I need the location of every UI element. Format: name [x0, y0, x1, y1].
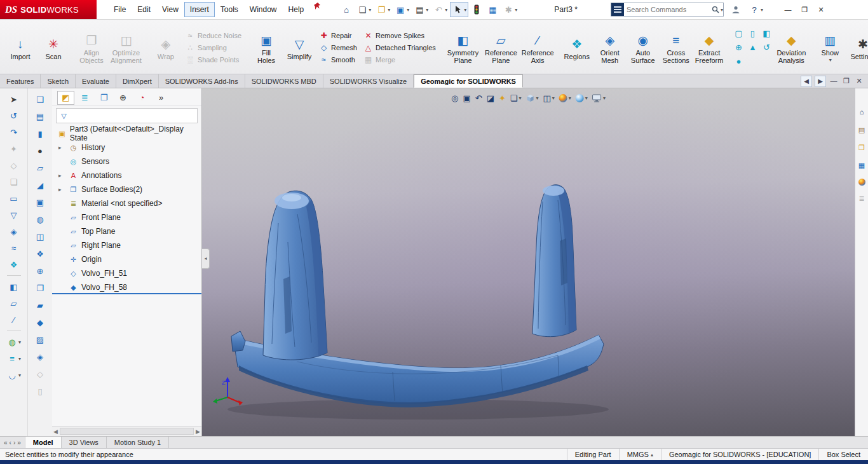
display-style-icon[interactable]: ◫▾ [543, 93, 555, 103]
tree-item-volvo-fh-58[interactable]: ◆Volvo_FH_58 [52, 280, 201, 294]
view-settings-icon[interactable]: ▾ [592, 94, 606, 102]
panel-collapse-handle[interactable]: ◂ [202, 249, 210, 269]
surface-tool-offset-icon[interactable]: ◍ [34, 214, 46, 225]
design-library-icon[interactable]: ▤ [857, 125, 867, 135]
save-button[interactable]: ▣▾ [393, 2, 411, 17]
last-tab-icon[interactable]: » [17, 439, 21, 446]
restore-window-icon[interactable]: ❐ [797, 3, 812, 17]
orient-mesh-button[interactable]: ◈Orient Mesh [594, 30, 626, 65]
align-tool-icon[interactable]: ✦ [8, 143, 20, 154]
surface-tool-thicken-icon[interactable]: ◆ [34, 317, 46, 328]
cone-primitive-icon[interactable]: ▲ [747, 42, 758, 53]
options-button[interactable]: ✱▾ [501, 2, 519, 17]
select-tool-icon[interactable]: ➤ [8, 93, 20, 105]
undo-button[interactable]: ↶▾ [431, 2, 449, 17]
tab-dimxpert[interactable]: DimXpert [116, 74, 159, 88]
shade-points-button[interactable]: ░Shade Points [183, 54, 244, 65]
expand-arrow-icon[interactable]: ▸ [58, 186, 65, 193]
section-view-icon[interactable]: ◪ [487, 93, 494, 103]
tab-solidworks-visualize[interactable]: SOLIDWORKS Visualize [323, 74, 414, 88]
selection-mode[interactable]: Box Select [818, 449, 868, 460]
tree-item-annotations[interactable]: ▸AAnnotations [52, 168, 201, 182]
open-document-button[interactable]: ❐▾ [374, 2, 392, 17]
regions-tool-icon[interactable]: ❖ [8, 259, 20, 270]
apply-scene-icon[interactable]: ▾ [576, 94, 588, 102]
tree-root-part[interactable]: ▣Part3 (Default<<Default>_Display State [52, 126, 201, 140]
tree-item-origin[interactable]: ✛Origin [52, 252, 201, 266]
print-button[interactable]: ▤▾ [412, 2, 430, 17]
appearance-filter-icon[interactable]: ✦ [499, 93, 506, 103]
tab-3d-views[interactable]: 3D Views [62, 437, 107, 448]
tree-item-right-plane[interactable]: ▱Right Plane [52, 238, 201, 252]
filter-input[interactable] [71, 111, 194, 121]
displaymanager-tab[interactable]: ◔ [133, 91, 151, 105]
home-button[interactable]: ⌂ [339, 2, 354, 17]
user-account-icon[interactable] [730, 4, 742, 15]
simplify-tool-icon[interactable]: ▽ [8, 209, 20, 221]
search-dropdown-icon[interactable]: ▾ [721, 7, 723, 13]
wrap-tool-icon[interactable]: ↺ [8, 110, 20, 121]
traffic-light-button[interactable] [469, 2, 484, 17]
custom-properties-icon[interactable]: ≣ [857, 194, 867, 203]
tab-solidworks-mbd[interactable]: SOLIDWORKS MBD [245, 74, 323, 88]
box-primitive-icon[interactable]: ◧ [761, 28, 772, 39]
detached-triangles-button[interactable]: △Detached Triangles [361, 42, 438, 53]
surface-tool-revolve-icon[interactable]: ▮ [34, 128, 46, 139]
graphics-area[interactable]: ◎ ▣ ↶ ◪ ✦ ❏▾ ▾ ◫▾ ▾ ▾ ▾ [202, 88, 855, 436]
sheet-button[interactable]: ▦ [485, 2, 500, 17]
deviation-analysis-button[interactable]: ◆Deviation Analysis [775, 30, 808, 65]
tree-item-volvo-fh-51[interactable]: ◇Volvo_FH_51 [52, 266, 201, 280]
dimxpertmanager-tab[interactable]: ⊕ [114, 91, 132, 105]
search-icon[interactable] [710, 5, 720, 15]
remove-spikes-button[interactable]: ✕Remove Spikes [361, 30, 438, 41]
select-tool-button[interactable]: ▾ [450, 2, 468, 17]
sphere-primitive-icon[interactable]: ● [733, 56, 744, 67]
surface-tool-planar-icon[interactable]: ▱ [34, 162, 46, 174]
body-tool-sphere-icon[interactable]: ● [34, 145, 46, 156]
body-tool-mirror-icon[interactable]: ◇ [34, 368, 46, 379]
auto-surface-tool-button[interactable]: ◍▾ [6, 336, 21, 348]
auto-surface-button[interactable]: ◉Auto Surface [627, 30, 659, 65]
symmetry-plane-tool-icon[interactable]: ◧ [8, 281, 20, 292]
surface-tool-cut-icon[interactable]: ▨ [34, 334, 46, 345]
menu-window[interactable]: Window [244, 2, 283, 17]
menu-insert[interactable]: Insert [184, 2, 215, 17]
tab-evaluate[interactable]: Evaluate [76, 74, 116, 88]
zoom-fit-icon[interactable]: ◎ [451, 93, 458, 103]
panel-horizontal-scrollbar[interactable]: ◀ ▶ [52, 426, 201, 436]
shade-points-tool-icon[interactable]: ❏ [8, 176, 20, 188]
reference-plane-button[interactable]: ▱Reference Plane [482, 30, 519, 65]
import-button[interactable]: ↓Import [4, 34, 36, 62]
body-tool-delete-icon[interactable]: ▯ [34, 385, 46, 397]
file-explorer-icon[interactable]: ❐ [857, 143, 867, 153]
surface-tool-replace-face-icon[interactable]: ▰ [34, 299, 46, 311]
tree-item-sensors[interactable]: ◎Sensors [52, 154, 201, 168]
circle-axis-primitive-icon[interactable]: ⊕ [733, 42, 744, 53]
next-document-icon[interactable]: ▶ [815, 76, 826, 87]
model-3d[interactable]: Z [202, 88, 855, 436]
tab-geomagic[interactable]: Geomagic for SOLIDWORKS [414, 74, 523, 88]
surface-tool-extrude-icon[interactable]: ❑ [34, 93, 46, 105]
menu-edit[interactable]: Edit [132, 2, 156, 17]
surface-tool-boundary-icon[interactable]: ▤ [34, 111, 46, 122]
minimize-window-icon[interactable]: — [780, 3, 796, 17]
scrollbar-track[interactable] [60, 428, 194, 435]
remesh-button[interactable]: ◇Remesh [316, 42, 360, 53]
tree-item-material[interactable]: ≣Material <not specified> [52, 196, 201, 210]
swirl-primitive-icon[interactable]: ↺ [761, 42, 772, 53]
tab-solidworks-addins[interactable]: SOLIDWORKS Add-Ins [159, 74, 245, 88]
symmetry-plane-button[interactable]: ◧Symmetry Plane [445, 30, 482, 65]
help-button[interactable]: ?▾ [747, 2, 765, 17]
surface-tool-trim-icon[interactable]: ❖ [34, 248, 46, 259]
edit-appearance-icon[interactable]: ❏▾ [510, 93, 522, 103]
smooth-button[interactable]: ≈Smooth [316, 54, 360, 65]
tab-features[interactable]: Features [0, 74, 41, 88]
cross-sections-button[interactable]: ≡Cross Sections [660, 30, 692, 65]
doc-restore-icon[interactable]: ❐ [841, 76, 851, 86]
menu-tools[interactable]: Tools [215, 2, 244, 17]
reference-plane-tool-icon[interactable]: ▱ [8, 297, 20, 309]
reduce-noise-button[interactable]: ≈Reduce Noise [183, 30, 244, 41]
repair-button[interactable]: ✚Repair [316, 30, 360, 41]
menu-file[interactable]: File [108, 2, 132, 17]
remesh-tool-icon[interactable]: ◈ [8, 226, 20, 237]
